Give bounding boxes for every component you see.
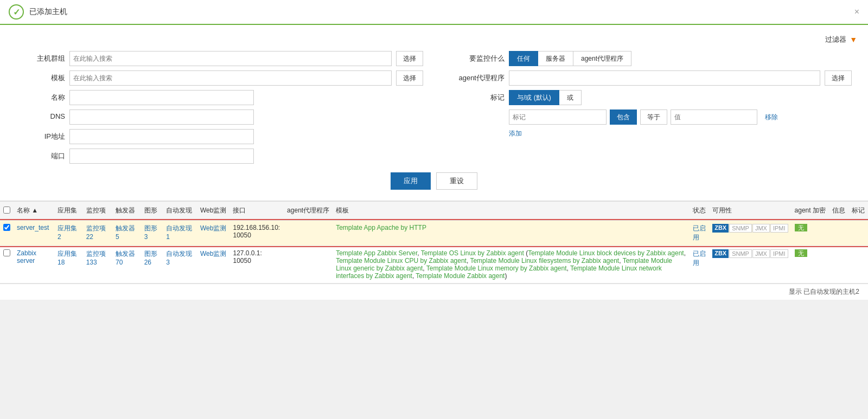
row2-interface-cell: 127.0.0.1: 10050 <box>229 246 284 283</box>
header-app-set: 应用集 <box>54 202 83 221</box>
row2-template-link5[interactable]: Template Module Linux filesystems by Zab… <box>470 257 619 265</box>
row2-template-cell: Template App Zabbix Server, Template OS … <box>333 246 690 283</box>
name-row: 名称 <box>16 90 423 105</box>
tag-add-link[interactable]: 添加 <box>509 129 522 144</box>
template-row: 模板 选择 <box>16 70 423 86</box>
reset-button[interactable]: 重设 <box>436 172 477 190</box>
header-interface: 接口 <box>229 202 284 221</box>
dns-row: DNS <box>16 109 423 125</box>
row2-template-link4[interactable]: Template Module Linux CPU by Zabbix agen… <box>336 257 467 265</box>
header-tags: 标记 <box>848 202 868 221</box>
agent-proxy-input[interactable] <box>509 70 820 86</box>
row1-web-cell: Web监测 <box>197 220 229 246</box>
row2-encrypt-badge: 无 <box>795 249 807 257</box>
agent-proxy-select-button[interactable]: 选择 <box>825 70 852 86</box>
header-name[interactable]: 名称 ▲ <box>14 202 54 221</box>
row2-template-link9[interactable]: Template Module Zabbix agent <box>416 272 505 280</box>
row2-template-link3[interactable]: Template Module Linux block devices by Z… <box>528 249 684 257</box>
tag-contains-button[interactable]: 包含 <box>610 109 637 125</box>
filter-icon: ▼ <box>850 35 857 44</box>
row1-template-cell: Template App Apache by HTTP <box>333 220 690 246</box>
row2-name-link[interactable]: Zabbix server <box>17 249 36 265</box>
host-group-select-button[interactable]: 选择 <box>396 51 423 66</box>
tag-remove-button[interactable]: 移除 <box>761 109 782 125</box>
tag-name-input[interactable] <box>509 109 607 125</box>
monitor-what-row: 要监控什么 任何 服务器 agent代理程序 <box>445 51 852 66</box>
row1-app-link[interactable]: 应用集 2 <box>58 224 77 241</box>
row1-name-cell: server_test <box>14 220 54 246</box>
select-all-checkbox[interactable] <box>3 207 10 214</box>
dns-label: DNS <box>16 109 65 120</box>
row2-checkbox-cell <box>0 246 14 283</box>
row2-availability-cell: ZBX SNMP JMX IPMI <box>709 246 791 283</box>
row2-proxy-cell <box>284 246 333 283</box>
header-info: 信息 <box>829 202 848 221</box>
row1-checkbox[interactable] <box>3 224 10 231</box>
row1-graph-link[interactable]: 图形 3 <box>144 224 157 241</box>
row2-zbx-badge: ZBX <box>712 249 729 258</box>
row2-template-link1[interactable]: Template App Zabbix Server <box>336 249 417 257</box>
header-graph: 图形 <box>141 202 163 221</box>
row2-checkbox[interactable] <box>3 249 10 256</box>
row2-ipmi-badge: IPMI <box>770 249 788 258</box>
row1-monitor-link[interactable]: 监控项 22 <box>86 224 106 241</box>
row2-web-link[interactable]: Web监测 <box>200 250 226 257</box>
tags-or-button[interactable]: 或 <box>559 90 582 105</box>
row1-zbx-badge: ZBX <box>712 224 729 233</box>
filter-section: 过滤器 ▼ 主机群组 选择 模板 选择 名称 DNS <box>0 25 868 201</box>
row2-template-link2[interactable]: Template OS Linux by Zabbix agent <box>421 249 524 257</box>
row2-monitor-link[interactable]: 监控项 133 <box>86 250 106 266</box>
row1-status-cell: 已启用 <box>690 220 709 246</box>
row2-discovery-link[interactable]: 自动发现 3 <box>166 250 192 266</box>
row1-tags-cell <box>848 220 868 246</box>
row1-web-link[interactable]: Web监测 <box>200 224 226 232</box>
row2-status-link[interactable]: 已启用 <box>693 250 706 267</box>
close-notification-button[interactable]: × <box>854 7 859 17</box>
monitor-agent-button[interactable]: agent代理程序 <box>573 51 631 66</box>
tag-value-input[interactable] <box>671 109 757 125</box>
row2-app-link[interactable]: 应用集 18 <box>58 250 77 266</box>
monitor-what-label: 要监控什么 <box>445 51 505 63</box>
row1-discovery-link[interactable]: 自动发现 1 <box>166 224 192 241</box>
header-agent-proxy: agent代理程序 <box>284 202 333 221</box>
host-group-label: 主机群组 <box>16 51 65 63</box>
row1-badges: ZBX SNMP JMX IPMI <box>712 224 788 233</box>
row1-jmx-badge: JMX <box>752 224 770 233</box>
template-select-button[interactable]: 选择 <box>396 70 423 86</box>
name-input[interactable] <box>69 90 254 105</box>
row1-availability-cell: ZBX SNMP JMX IPMI <box>709 220 791 246</box>
dns-input[interactable] <box>69 109 254 125</box>
filter-label: 过滤器 <box>825 35 846 44</box>
host-table: 名称 ▲ 应用集 监控项 触发器 图形 自动发现 Web监测 接口 agent代… <box>0 201 868 283</box>
row2-template-link7[interactable]: Template Module Linux memory by Zabbix a… <box>426 265 567 272</box>
ip-label: IP地址 <box>16 129 65 141</box>
apply-button[interactable]: 应用 <box>391 172 431 190</box>
tags-mode-row: 标记 与/或 (默认) 或 <box>445 90 852 105</box>
row1-trigger-cell: 触发器 5 <box>112 220 141 246</box>
row1-trigger-link[interactable]: 触发器 5 <box>116 224 135 241</box>
agent-proxy-label: agent代理程序 <box>445 70 505 83</box>
row2-trigger-link[interactable]: 触发器 70 <box>116 250 135 266</box>
notification-text: 已添加主机 <box>29 7 67 17</box>
tag-equals-button[interactable]: 等于 <box>640 109 667 125</box>
header-auto-discovery: 自动发现 <box>163 202 197 221</box>
header-monitor: 监控项 <box>83 202 112 221</box>
row1-status-link[interactable]: 已启用 <box>693 224 706 241</box>
tags-and-or-button[interactable]: 与/或 (默认) <box>509 90 559 105</box>
action-buttons: 应用 重设 <box>11 164 857 194</box>
row1-interface-cell: 192.168.156.10:10050 <box>229 220 284 246</box>
row1-template-link[interactable]: Template App Apache by HTTP <box>336 224 426 231</box>
row1-checkbox-cell <box>0 220 14 246</box>
host-group-input[interactable] <box>69 51 392 66</box>
row1-name-link[interactable]: server_test <box>17 224 49 231</box>
monitor-server-button[interactable]: 服务器 <box>538 51 573 66</box>
row2-tags-cell <box>848 246 868 283</box>
row1-ipmi-badge: IPMI <box>770 224 788 233</box>
port-input[interactable] <box>69 149 254 164</box>
row2-graph-link[interactable]: 图形 26 <box>144 250 157 266</box>
template-input[interactable] <box>69 70 392 86</box>
ip-input[interactable] <box>69 129 254 144</box>
tags-row: 包含 等于 移除 <box>509 109 782 125</box>
monitor-any-button[interactable]: 任何 <box>509 51 538 66</box>
host-group-row: 主机群组 选择 <box>16 51 423 66</box>
